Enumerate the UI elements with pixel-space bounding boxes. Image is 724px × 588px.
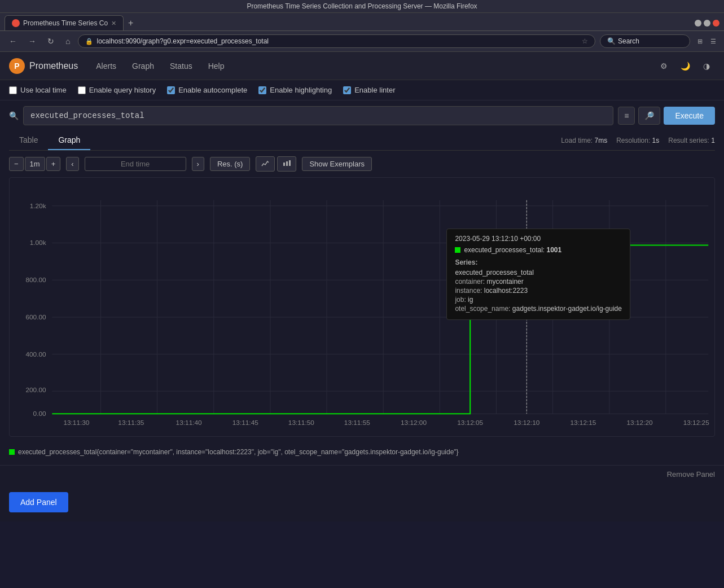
tab-bar: Prometheus Time Series Co ✕ + xyxy=(0,13,724,31)
app-nav: P Prometheus Alerts Graph Status Help ⚙ … xyxy=(0,52,724,80)
graph-legend: executed_processes_total{container="myco… xyxy=(0,442,724,465)
use-local-time-checkbox[interactable] xyxy=(9,86,17,94)
app-name: Prometheus xyxy=(29,61,78,71)
maximize-button[interactable] xyxy=(704,20,710,27)
svg-text:200.00: 200.00 xyxy=(25,387,46,394)
svg-text:0.00: 0.00 xyxy=(33,411,46,418)
enable-linter-label: Enable linter xyxy=(354,86,395,94)
data-line xyxy=(52,245,708,414)
prometheus-logo-icon: P xyxy=(9,58,25,74)
app-container: P Prometheus Alerts Graph Status Help ⚙ … xyxy=(0,52,724,521)
svg-text:13:12:15: 13:12:15 xyxy=(570,419,596,426)
panel-footer: Remove Panel xyxy=(0,465,724,483)
remove-panel-button[interactable]: Remove Panel xyxy=(667,470,715,479)
add-panel-area: Add Panel xyxy=(0,483,724,521)
tab-table[interactable]: Table xyxy=(9,131,48,150)
enable-highlighting-option[interactable]: Enable highlighting xyxy=(258,86,332,94)
enable-query-history-checkbox[interactable] xyxy=(78,86,86,94)
reload-button[interactable]: ↻ xyxy=(44,36,58,47)
add-panel-button[interactable]: Add Panel xyxy=(9,492,68,512)
use-local-time-label: Use local time xyxy=(20,86,67,94)
query-info-btn[interactable]: 🔎 xyxy=(638,107,660,125)
svg-text:600.00: 600.00 xyxy=(25,314,46,321)
enable-autocomplete-option[interactable]: Enable autocomplete xyxy=(167,86,247,94)
close-button[interactable] xyxy=(713,20,719,27)
menu-icon[interactable]: ☰ xyxy=(708,36,718,46)
svg-text:13:11:45: 13:11:45 xyxy=(232,419,258,426)
resolution-btn[interactable]: Res. (s) xyxy=(210,157,251,171)
prev-time-btn[interactable]: ‹ xyxy=(66,157,78,171)
bookmark-icon: ☆ xyxy=(582,37,588,45)
app-logo: P Prometheus xyxy=(9,58,78,74)
contrast-icon-btn[interactable]: ◑ xyxy=(698,58,715,74)
settings-icon-btn[interactable]: ⚙ xyxy=(655,58,672,74)
bar-chart-icon xyxy=(282,159,291,167)
tab-graph[interactable]: Graph xyxy=(48,131,90,150)
svg-rect-2 xyxy=(289,160,291,166)
query-actions: ≡ 🔎 Execute xyxy=(618,107,715,125)
enable-query-history-option[interactable]: Enable query history xyxy=(78,86,156,94)
execute-button[interactable]: Execute xyxy=(664,107,715,125)
query-search-icon: 🔍 xyxy=(9,111,19,120)
url-bar[interactable]: 🔒 localhost:9090/graph?g0.expr=executed_… xyxy=(78,34,595,48)
svg-text:13:12:00: 13:12:00 xyxy=(401,419,427,426)
query-input[interactable] xyxy=(23,106,613,125)
svg-text:13:12:05: 13:12:05 xyxy=(457,419,483,426)
enable-autocomplete-checkbox[interactable] xyxy=(167,86,175,94)
new-tab-button[interactable]: + xyxy=(124,16,138,30)
svg-text:1.00k: 1.00k xyxy=(30,240,46,247)
browser-search-bar[interactable]: 🔍 Search xyxy=(600,34,690,48)
graph-svg: 0.00 200.00 400.00 600.00 800.00 1.00k 1… xyxy=(10,178,714,436)
svg-text:13:12:25: 13:12:25 xyxy=(683,419,709,426)
nav-links: Alerts Graph Status Help xyxy=(89,57,231,75)
svg-text:13:12:10: 13:12:10 xyxy=(514,419,539,426)
time-range-control: − 1m + xyxy=(9,157,60,171)
url-text: localhost:9090/graph?g0.expr=executed_pr… xyxy=(96,37,578,45)
back-button[interactable]: ← xyxy=(6,36,20,47)
decrease-interval-btn[interactable]: − xyxy=(9,157,24,171)
firefox-icon xyxy=(12,19,20,27)
extensions-icon[interactable]: ⊞ xyxy=(695,36,705,46)
browser-tab[interactable]: Prometheus Time Series Co ✕ xyxy=(5,15,124,30)
increase-interval-btn[interactable]: + xyxy=(46,157,61,171)
use-local-time-option[interactable]: Use local time xyxy=(9,86,67,94)
line-chart-icon xyxy=(261,159,270,167)
enable-linter-option[interactable]: Enable linter xyxy=(343,86,395,94)
resolution-label: Resolution: 1s xyxy=(616,137,659,144)
nav-status[interactable]: Status xyxy=(163,57,199,75)
line-chart-btn[interactable] xyxy=(256,156,275,172)
query-bar: 🔍 ≡ 🔎 Execute xyxy=(0,100,724,131)
enable-query-history-label: Enable query history xyxy=(89,86,156,94)
tab-close-button[interactable]: ✕ xyxy=(111,20,116,27)
view-tabs: Table Graph xyxy=(9,131,90,150)
options-bar: Use local time Enable query history Enab… xyxy=(0,80,724,100)
browser-toolbar-icons: ⊞ ☰ xyxy=(695,36,718,46)
end-time-input[interactable] xyxy=(85,157,186,171)
nav-alerts[interactable]: Alerts xyxy=(89,57,123,75)
svg-text:1.20k: 1.20k xyxy=(30,203,46,209)
forward-button[interactable]: → xyxy=(25,36,40,47)
nav-graph[interactable]: Graph xyxy=(125,57,161,75)
svg-text:13:11:30: 13:11:30 xyxy=(63,419,89,426)
bar-chart-btn[interactable] xyxy=(277,156,296,172)
search-icon: 🔍 xyxy=(607,37,616,45)
results-meta: Load time: 7ms Resolution: 1s Result ser… xyxy=(561,137,715,144)
svg-text:800.00: 800.00 xyxy=(25,277,46,284)
show-exemplars-btn[interactable]: Show Exemplars xyxy=(302,157,372,171)
svg-text:13:11:55: 13:11:55 xyxy=(344,419,370,426)
home-button[interactable]: ⌂ xyxy=(62,36,73,47)
enable-highlighting-checkbox[interactable] xyxy=(258,86,266,94)
svg-text:13:11:40: 13:11:40 xyxy=(176,419,202,426)
chart-type-controls xyxy=(256,156,296,172)
next-time-btn[interactable]: › xyxy=(192,157,204,171)
legend-text: executed_processes_total{container="myco… xyxy=(18,448,459,456)
minimize-button[interactable] xyxy=(695,20,701,27)
nav-help[interactable]: Help xyxy=(201,57,231,75)
query-format-btn[interactable]: ≡ xyxy=(618,107,635,125)
interval-value-btn[interactable]: 1m xyxy=(25,157,45,171)
address-bar: ← → ↻ ⌂ 🔒 localhost:9090/graph?g0.expr=e… xyxy=(0,31,724,52)
load-time-label: Load time: 7ms xyxy=(561,137,607,144)
theme-icon-btn[interactable]: 🌙 xyxy=(677,58,694,74)
enable-linter-checkbox[interactable] xyxy=(343,86,351,94)
svg-text:13:11:35: 13:11:35 xyxy=(118,419,144,426)
